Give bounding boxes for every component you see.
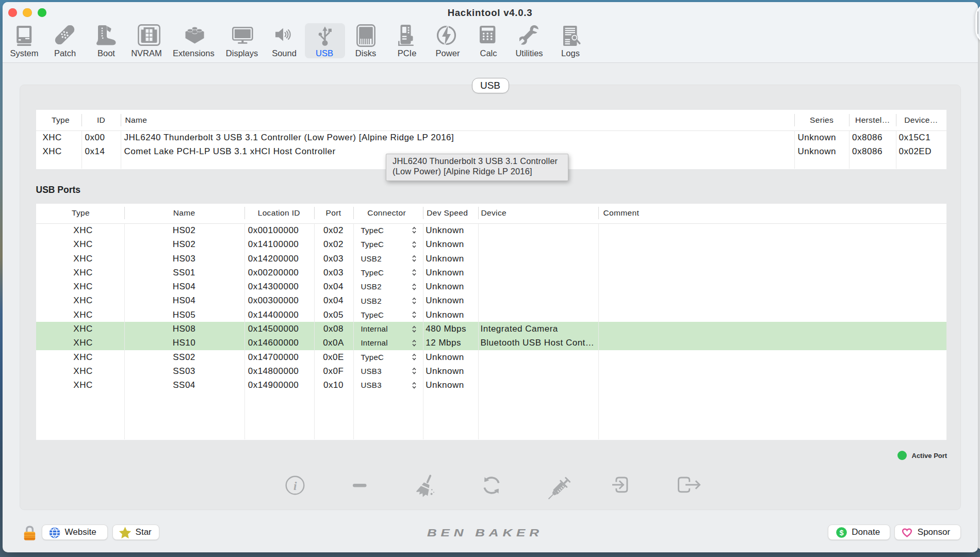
svg-text:$: $ [839,529,843,537]
svg-text:BEN BAKER: BEN BAKER [427,527,543,538]
svg-text:i: i [293,480,297,493]
